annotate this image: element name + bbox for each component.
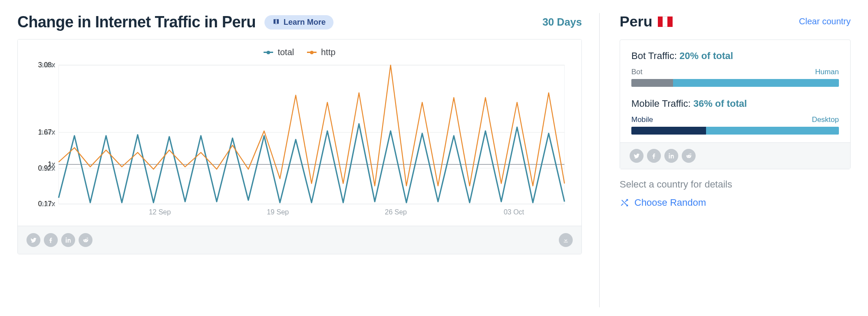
period-selector[interactable]: 30 Days [542, 16, 582, 28]
share-reddit-button[interactable] [79, 233, 92, 247]
reddit-icon [685, 152, 692, 159]
legend-label-total: total [277, 47, 294, 57]
book-icon [272, 18, 280, 26]
country-title: Peru [620, 13, 653, 30]
choose-random-label: Choose Random [634, 197, 706, 208]
learn-more-button[interactable]: Learn More [264, 15, 333, 30]
shuffle-icon [620, 198, 629, 207]
twitter-icon [30, 237, 37, 244]
legend-label-http: http [321, 47, 335, 57]
choose-random-link[interactable]: Choose Random [620, 197, 851, 208]
page-title: Change in Internet Traffic in Peru [17, 13, 256, 31]
svg-text:03 Oct: 03 Oct [504, 208, 525, 216]
mobile-traffic-bar [631, 127, 839, 135]
linkedin-icon [668, 152, 675, 159]
swatch-total-icon [264, 52, 273, 53]
download-icon [562, 237, 569, 244]
country-stats-card: Bot Traffic: 20% of total Bot Human Mobi… [620, 40, 851, 169]
mobile-label-right: Desktop [812, 115, 839, 124]
svg-text:1.67x: 1.67x [40, 129, 55, 136]
legend-item-total[interactable]: total [264, 47, 294, 57]
svg-text:3.08x: 3.08x [40, 62, 55, 69]
side-share-facebook-button[interactable] [647, 149, 661, 163]
bot-traffic-title: Bot Traffic: [631, 50, 680, 61]
vertical-divider [599, 13, 600, 307]
select-country-hint: Select a country for details [620, 179, 851, 190]
mobile-traffic-block: Mobile Traffic: 36% of total Mobile Desk… [631, 98, 839, 135]
share-linkedin-button[interactable] [61, 233, 75, 247]
reddit-icon [82, 237, 89, 244]
mobile-traffic-value: 36% of total [693, 98, 747, 109]
bot-traffic-block: Bot Traffic: 20% of total Bot Human [631, 50, 839, 87]
side-share-linkedin-button[interactable] [664, 149, 678, 163]
twitter-icon [633, 152, 640, 159]
facebook-icon [47, 237, 54, 244]
side-share-reddit-button[interactable] [682, 149, 696, 163]
side-share-twitter-button[interactable] [630, 149, 644, 163]
clear-country-link[interactable]: Clear country [799, 16, 851, 26]
bot-label-left: Bot [631, 68, 643, 76]
svg-text:12 Sep: 12 Sep [149, 208, 171, 216]
share-facebook-button[interactable] [44, 233, 58, 247]
svg-text:0.17x: 0.17x [40, 201, 55, 207]
swatch-http-icon [307, 52, 317, 53]
svg-text:1x: 1x [49, 161, 55, 168]
learn-more-label: Learn More [284, 18, 326, 27]
bot-traffic-value: 20% of total [680, 50, 733, 61]
legend-item-http[interactable]: http [307, 47, 335, 57]
svg-text:19 Sep: 19 Sep [267, 208, 289, 216]
traffic-line-chart: 0.17x0.17x0.92x0.92x1x1x1.67x1.67x3.08x3… [26, 61, 573, 221]
flag-peru-icon [658, 16, 673, 27]
svg-text:26 Sep: 26 Sep [385, 208, 407, 216]
linkedin-icon [65, 237, 72, 244]
mobile-traffic-title: Mobile Traffic: [631, 98, 693, 109]
facebook-icon [650, 152, 657, 159]
share-twitter-button[interactable] [26, 233, 40, 247]
traffic-chart-card: total http 0.17x0.17x0.92x0.92x1x1x1.67x… [17, 39, 582, 254]
bot-label-right: Human [815, 68, 839, 76]
download-button[interactable] [559, 233, 573, 247]
bot-traffic-bar [631, 79, 839, 87]
mobile-label-left: Mobile [631, 115, 653, 124]
